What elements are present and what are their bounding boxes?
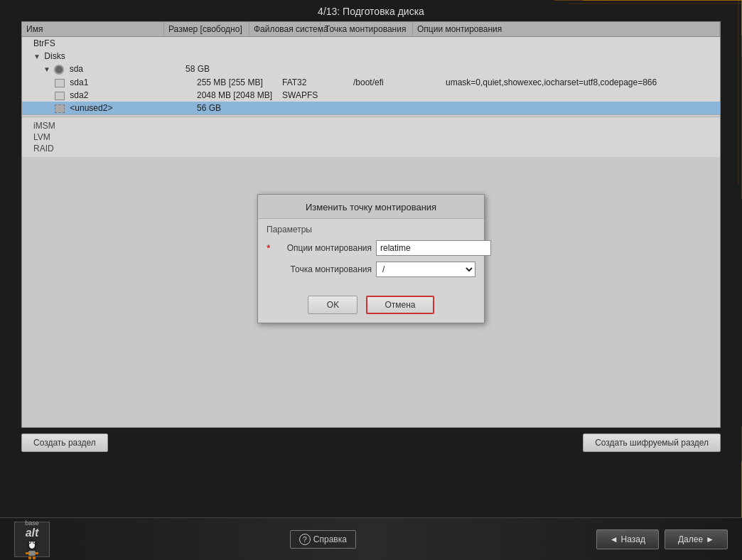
modal-buttons: OK Отмена	[258, 291, 484, 323]
svg-rect-18	[33, 556, 36, 559]
svg-rect-14	[28, 551, 36, 556]
help-icon: ?	[299, 534, 311, 545]
svg-rect-17	[28, 556, 31, 559]
svg-point-11	[29, 542, 31, 543]
back-label: Назад	[621, 534, 645, 544]
mount-options-row: * Опции монтирования	[267, 240, 475, 256]
modal-overlay: Изменить точку монтирования Параметры * …	[0, 0, 742, 517]
next-arrow-icon: ►	[706, 534, 714, 544]
mount-point-label: Точка монтирования	[279, 264, 372, 274]
modal-form: * Опции монтирования Точка монтирования …	[258, 237, 484, 291]
logo-box: base alt	[14, 522, 50, 557]
svg-rect-15	[26, 552, 29, 554]
help-label: Справка	[313, 534, 347, 544]
back-button[interactable]: ◄ Назад	[596, 529, 659, 549]
next-label: Далее	[678, 534, 703, 544]
ok-button[interactable]: OK	[308, 296, 357, 314]
nav-buttons: ◄ Назад Далее ►	[596, 529, 728, 549]
cancel-button[interactable]: Отмена	[366, 296, 434, 314]
modal-title: Изменить точку монтирования	[258, 195, 484, 219]
svg-rect-16	[35, 552, 38, 554]
footer: base alt	[0, 517, 742, 560]
mount-point-row: Точка монтирования /	[267, 262, 475, 277]
back-arrow-icon: ◄	[610, 534, 618, 544]
next-button[interactable]: Далее ►	[665, 529, 728, 549]
mount-point-select[interactable]: /	[376, 262, 475, 277]
modal-section: Параметры	[258, 219, 484, 237]
logo-area: base alt	[14, 522, 50, 557]
logo-text-alt: alt	[26, 527, 39, 539]
svg-point-12	[33, 542, 35, 543]
help-button[interactable]: ? Справка	[290, 530, 356, 549]
tux-icon	[23, 539, 41, 559]
mount-options-label: Опции монтирования	[279, 243, 372, 253]
required-star: *	[267, 242, 275, 254]
modal-dialog: Изменить точку монтирования Параметры * …	[257, 194, 485, 323]
logo-text-top: base	[25, 519, 39, 527]
mount-options-input[interactable]	[376, 240, 491, 256]
